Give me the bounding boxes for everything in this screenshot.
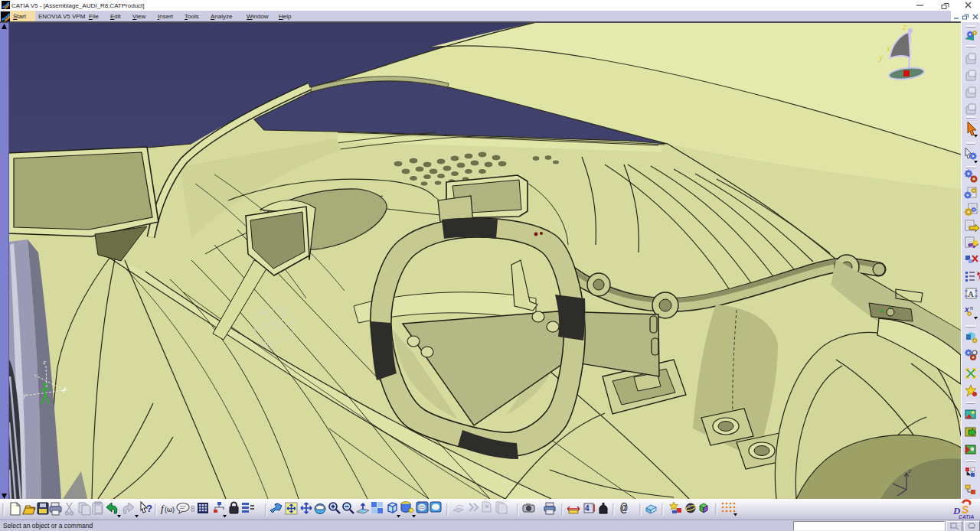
svg-text:4: 4 — [585, 504, 590, 513]
svg-text:@: @ — [620, 502, 628, 516]
svg-text:CATIA: CATIA — [959, 514, 974, 520]
svg-text:?: ? — [146, 503, 152, 514]
svg-text:z: z — [42, 359, 46, 366]
svg-text:y: y — [878, 54, 884, 62]
svg-text:z: z — [907, 467, 911, 474]
svg-text:z: z — [902, 23, 906, 31]
svg-text:x: x — [886, 44, 891, 53]
svg-text:8: 8 — [191, 505, 195, 513]
svg-text:n: n — [970, 305, 973, 311]
svg-text:A: A — [968, 289, 974, 298]
svg-text:(ω): (ω) — [165, 506, 175, 513]
